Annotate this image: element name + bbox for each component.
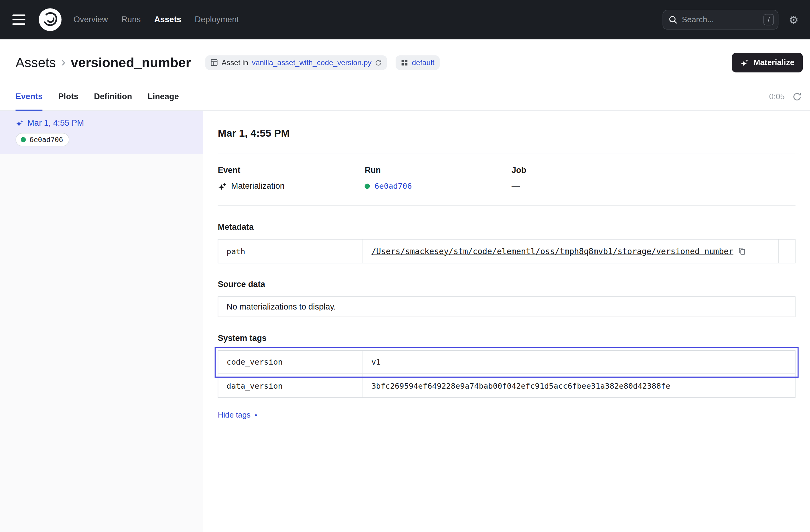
app: Overview Runs Assets Deployment / ⚙ Asse… — [0, 0, 810, 532]
source-data-heading: Source data — [218, 280, 796, 289]
run-chip-label: 6e0ad706 — [30, 135, 63, 144]
path-link[interactable]: /Users/smackesey/stm/code/elementl/oss/t… — [372, 246, 734, 256]
summary-run-label: Run — [364, 165, 512, 175]
system-tags-table: code_version v1 data_version 3bfc269594e… — [218, 350, 796, 398]
primary-nav: Overview Runs Assets Deployment — [73, 15, 239, 25]
page-header: Assets › versioned_number Asset in vanil… — [0, 39, 810, 83]
event-item-header: Mar 1, 4:55 PM — [16, 118, 194, 128]
nav-item-deployment[interactable]: Deployment — [195, 15, 239, 25]
tab-bar: Events Plots Definition Lineage 0:05 — [0, 83, 810, 111]
tab-events[interactable]: Events — [16, 83, 43, 110]
event-list-sidebar: Mar 1, 4:55 PM 6e0ad706 — [0, 111, 203, 532]
asset-chip-prefix: Asset in — [222, 59, 248, 67]
event-detail-title: Mar 1, 4:55 PM — [218, 127, 796, 139]
hide-tags-link[interactable]: Hide tags ▲ — [218, 410, 258, 419]
content: Mar 1, 4:55 PM 6e0ad706 Mar 1, 4:55 PM E… — [0, 111, 810, 532]
event-type-text: Materialization — [231, 182, 285, 191]
event-summary: Event Materialization Run 6e0ad706 Job — — [218, 154, 796, 206]
search-input[interactable] — [682, 15, 760, 25]
event-list-item[interactable]: Mar 1, 4:55 PM 6e0ad706 — [0, 111, 202, 154]
system-tags-heading: System tags — [218, 334, 796, 343]
event-detail-panel: Mar 1, 4:55 PM Event Materialization Run… — [203, 111, 810, 532]
materialization-icon — [218, 182, 227, 191]
search-shortcut-badge: / — [763, 14, 774, 25]
metadata-table: path /Users/smackesey/stm/code/elementl/… — [218, 239, 796, 263]
metadata-heading: Metadata — [218, 223, 796, 232]
summary-run-value: 6e0ad706 — [364, 182, 512, 191]
event-timestamp: Mar 1, 4:55 PM — [27, 118, 84, 128]
refresh-area: 0:05 — [769, 83, 801, 110]
system-tag-key: code_version — [218, 351, 363, 374]
nav-item-runs[interactable]: Runs — [122, 15, 141, 25]
copy-icon[interactable] — [738, 247, 746, 255]
system-tag-value: 3bfc269594ef649228e9a74bab00f042efc91d5a… — [363, 374, 795, 397]
menu-icon[interactable] — [13, 12, 28, 27]
chevron-right-icon: › — [61, 55, 66, 68]
system-tag-row-data-version: data_version 3bfc269594ef649228e9a74bab0… — [218, 374, 795, 397]
top-nav: Overview Runs Assets Deployment / ⚙ — [0, 0, 810, 39]
summary-job-col: Job — — [512, 165, 659, 191]
table-icon — [211, 59, 218, 66]
page-title: versioned_number — [70, 54, 191, 70]
tab-definition[interactable]: Definition — [94, 83, 132, 110]
caret-up-icon: ▲ — [254, 413, 258, 417]
nav-item-overview[interactable]: Overview — [73, 15, 108, 25]
summary-event-value: Materialization — [218, 182, 365, 191]
breadcrumb-assets-link[interactable]: Assets — [16, 54, 56, 70]
refresh-icon[interactable] — [792, 92, 802, 101]
run-id-link[interactable]: 6e0ad706 — [375, 182, 412, 191]
sparkle-icon — [740, 58, 749, 67]
materialize-button-label: Materialize — [754, 58, 794, 67]
materialization-icon — [16, 119, 24, 127]
asset-definition-chip: Asset in vanilla_asset_with_code_version… — [205, 55, 387, 70]
tab-lineage[interactable]: Lineage — [148, 83, 179, 110]
metadata-value: /Users/smackesey/stm/code/elementl/oss/t… — [363, 240, 778, 263]
summary-job-value: — — [512, 182, 659, 191]
source-data-empty-message: No materializations to display. — [218, 296, 796, 317]
grid-icon — [401, 59, 408, 66]
run-status-dot — [21, 137, 26, 142]
system-tag-key: data_version — [218, 374, 363, 397]
metadata-row: path /Users/smackesey/stm/code/elementl/… — [218, 240, 795, 263]
tab-plots[interactable]: Plots — [58, 83, 79, 110]
system-tag-value: v1 — [363, 351, 795, 374]
dagster-logo-icon[interactable] — [38, 7, 62, 31]
asset-group-link[interactable]: default — [412, 59, 435, 67]
materialize-button[interactable]: Materialize — [732, 53, 803, 72]
metadata-key: path — [218, 240, 363, 263]
summary-run-col: Run 6e0ad706 — [364, 165, 512, 191]
search-box[interactable]: / — [663, 10, 779, 30]
metadata-action-cell — [778, 240, 795, 263]
asset-definition-link[interactable]: vanilla_asset_with_code_version.py — [252, 59, 372, 67]
refresh-timer: 0:05 — [769, 92, 784, 101]
nav-right: / ⚙ — [663, 10, 799, 30]
divider — [218, 206, 796, 206]
run-chip[interactable]: 6e0ad706 — [16, 133, 69, 146]
reload-icon[interactable] — [375, 59, 382, 66]
search-icon — [668, 15, 678, 25]
header-chips: Asset in vanilla_asset_with_code_version… — [205, 55, 723, 70]
summary-event-col: Event Materialization — [218, 165, 365, 191]
summary-job-label: Job — [512, 165, 659, 175]
breadcrumb: Assets › versioned_number — [16, 54, 191, 70]
nav-item-assets[interactable]: Assets — [154, 15, 181, 25]
hide-tags-label: Hide tags — [218, 410, 251, 419]
gear-icon[interactable]: ⚙ — [789, 14, 799, 25]
asset-group-chip: default — [396, 55, 440, 70]
system-tag-row-code-version: code_version v1 — [218, 351, 795, 374]
summary-event-label: Event — [218, 165, 365, 175]
run-status-dot — [364, 183, 370, 189]
